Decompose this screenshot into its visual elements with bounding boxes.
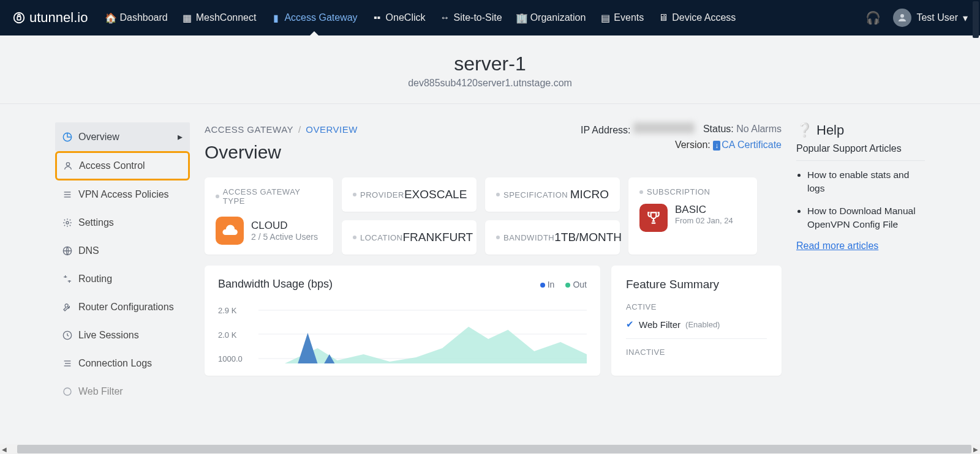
version-label: Version:	[675, 140, 710, 150]
help-title: ❔ Help	[796, 122, 925, 138]
card-location: LOCATION FRANKFURT	[342, 220, 477, 255]
location-value: FRANKFURT	[403, 231, 473, 244]
mesh-icon: ▦	[183, 13, 192, 23]
sidebar-item-overview[interactable]: Overview ▸	[55, 122, 190, 151]
status-label: Status:	[703, 124, 734, 134]
card-bandwidth: BANDWIDTH 1TB/MONTH	[485, 220, 620, 255]
grid-icon: ▪▪	[372, 13, 382, 23]
svg-point-8	[66, 221, 69, 224]
svg-point-4	[66, 163, 69, 166]
cloud-icon	[216, 217, 244, 245]
plan-name: BASIC	[675, 204, 733, 216]
breadcrumb-current: OVERVIEW	[306, 124, 358, 135]
user-menu[interactable]: Test User ▾	[893, 9, 968, 27]
fs-item-name: Web Filter	[639, 319, 680, 330]
pie-chart-icon	[62, 132, 72, 142]
help-subtitle: Popular Support Articles	[796, 143, 925, 161]
nav-site-to-site[interactable]: ↔Site-to-Site	[440, 0, 502, 35]
sidebar-item-live-sessions[interactable]: Live Sessions	[55, 321, 190, 349]
brand-logo[interactable]: utunnel.io	[12, 10, 88, 26]
nav-events[interactable]: ▤Events	[600, 0, 644, 35]
fs-active-item[interactable]: ✔ Web Filter (Enabled)	[626, 319, 767, 330]
cloud-value: CLOUD	[251, 220, 318, 232]
page-header: server-1 dev885sub4120server1.utnstage.c…	[0, 35, 980, 104]
feature-summary-card: Feature Summary ACTIVE ✔ Web Filter (Ena…	[611, 266, 782, 376]
sidebar-item-connection-logs[interactable]: Connection Logs	[55, 349, 190, 378]
sidebar-item-access-control[interactable]: Access Control	[55, 151, 190, 180]
card-subscription: SUBSCRIPTION BASIC From 02 Jan, 24	[628, 177, 757, 255]
sidebar-item-dns[interactable]: DNS	[55, 237, 190, 265]
nav-access-gateway[interactable]: ▮Access Gateway	[271, 0, 357, 35]
legend-out-dot	[565, 283, 570, 288]
nav-device-access[interactable]: 🖥Device Access	[658, 0, 736, 35]
caret-down-icon: ▾	[963, 12, 968, 24]
help-icon: ❔	[796, 122, 813, 138]
legend-in-dot	[540, 283, 545, 288]
svg-rect-1	[17, 17, 21, 20]
sidebar-item-vpn-policies[interactable]: VPN Access Policies	[55, 180, 190, 209]
bandwidth-title: Bandwidth Usage (bps)	[218, 278, 333, 291]
ytick-0: 2.9 K	[218, 305, 236, 314]
avatar-icon	[893, 9, 911, 27]
list-icon: ▤	[600, 13, 610, 23]
user-icon	[63, 161, 73, 171]
location-label: LOCATION	[353, 233, 403, 242]
trophy-icon	[639, 204, 668, 232]
wrench-icon	[62, 302, 72, 312]
clock-icon	[62, 330, 72, 340]
sidebar-item-routing[interactable]: Routing	[55, 265, 190, 293]
breadcrumb-root[interactable]: ACCESS GATEWAY	[205, 124, 293, 135]
nav-dashboard[interactable]: 🏠Dashboard	[106, 0, 167, 35]
policies-icon	[62, 190, 72, 199]
monitor-icon: 🖥	[658, 13, 668, 23]
link-icon: ↔	[440, 13, 450, 23]
nav-organization[interactable]: 🏢Organization	[517, 0, 586, 35]
building-icon: 🏢	[517, 13, 527, 23]
svg-point-14	[64, 388, 71, 395]
bandwidth-value: 1TB/MONTH	[554, 231, 622, 244]
ca-certificate-link[interactable]: ↓CA Certificate	[713, 140, 782, 150]
vertical-scrollbar[interactable]	[971, 0, 980, 406]
gear-icon	[62, 218, 72, 228]
nav-oneclick[interactable]: ▪▪OneClick	[372, 0, 426, 35]
routing-icon	[62, 274, 72, 284]
lock-shield-icon	[12, 11, 26, 24]
fs-inactive-label: INACTIVE	[626, 348, 767, 357]
divider	[626, 338, 767, 339]
plan-from: From 02 Jan, 24	[675, 216, 733, 225]
nav-meshconnect[interactable]: ▦MeshConnect	[183, 0, 257, 35]
spec-value: MICRO	[570, 188, 609, 201]
cloud-users: 2 / 5 Active Users	[251, 232, 318, 242]
card-type-label: ACCESS GATEWAY TYPE	[216, 187, 322, 206]
page-title: Overview	[205, 142, 281, 163]
user-name: Test User	[916, 12, 958, 23]
read-more-link[interactable]: Read more articles	[796, 240, 878, 251]
sidebar-item-settings[interactable]: Settings	[55, 209, 190, 237]
sidebar-item-router-config[interactable]: Router Configurations	[55, 293, 190, 321]
fs-active-label: ACTIVE	[626, 302, 767, 311]
filter-icon	[62, 387, 72, 396]
sidebar-item-web-filter[interactable]: Web Filter	[55, 378, 190, 406]
card-spec: SPECIFICATION MICRO	[485, 177, 620, 212]
fs-item-state: (Enabled)	[685, 320, 720, 329]
bandwidth-label: BANDWIDTH	[496, 233, 554, 242]
headset-icon[interactable]: 🎧	[865, 10, 881, 25]
top-nav: utunnel.io 🏠Dashboard ▦MeshConnect ▮Acce…	[0, 0, 980, 35]
home-icon: 🏠	[106, 13, 116, 23]
ytick-1: 2.0 K	[218, 330, 236, 339]
gateway-icon: ▮	[271, 13, 281, 23]
help-panel: ❔ Help Popular Support Articles How to e…	[796, 122, 925, 406]
ip-label: IP Address:	[581, 125, 631, 135]
bandwidth-chart-card: Bandwidth Usage (bps) In Out 2.9 K 2.0 K…	[205, 266, 600, 376]
chart-legend: In Out	[540, 280, 587, 289]
help-article-1[interactable]: How to Download Manual OpenVPN Config Fi…	[807, 204, 925, 232]
sidebar: Overview ▸ Access Control VPN Access Pol…	[55, 122, 190, 406]
provider-label: PROVIDER	[353, 190, 404, 199]
svg-point-2	[900, 14, 904, 18]
server-title: server-1	[0, 53, 980, 75]
main-content: ACCESS GATEWAY / OVERVIEW IP Address: St…	[205, 122, 782, 406]
bandwidth-chart: 2.9 K 2.0 K 1000.0	[218, 305, 587, 363]
help-article-0[interactable]: How to enable stats and logs	[807, 168, 925, 196]
spec-label: SPECIFICATION	[496, 190, 568, 199]
breadcrumb-sep: /	[298, 124, 301, 135]
